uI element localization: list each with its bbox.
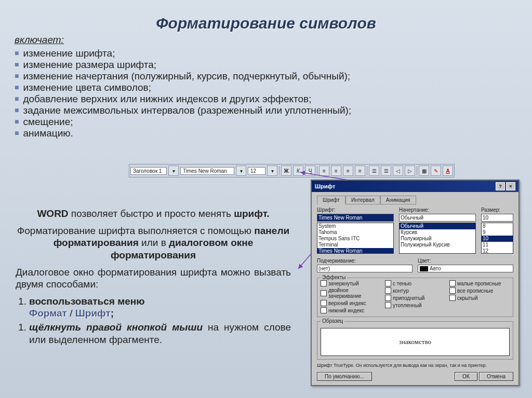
sample-group: Образец знакомство xyxy=(317,321,513,360)
color-swatch-icon xyxy=(420,266,428,271)
footer-hint: Шрифт TrueType. Он используется для выво… xyxy=(317,363,513,368)
bullet-item: изменение начертания (полужирный, курсив… xyxy=(15,71,532,82)
body-text: WORD позволяет быстро и просто менять шр… xyxy=(16,208,291,348)
tab-font[interactable]: Шрифт xyxy=(317,196,345,204)
bold-button[interactable]: Ж xyxy=(281,166,291,176)
checkbox-smallcaps[interactable]: малые прописные xyxy=(449,280,510,286)
font-input[interactable]: Times New Roman xyxy=(317,214,394,222)
default-button[interactable]: По умолчанию... xyxy=(317,372,372,381)
font-color-icon[interactable]: A xyxy=(443,166,453,176)
list-item: щёлкнуть правой кнопкой мыши на нужном с… xyxy=(29,321,291,345)
checkbox-engrave[interactable]: утопленный xyxy=(385,302,445,308)
size-label: Размер: xyxy=(481,207,513,213)
align-center-icon[interactable]: ≡ xyxy=(331,166,341,176)
checkbox-outline[interactable]: контур xyxy=(385,287,445,294)
sample-label: Образец xyxy=(321,318,344,324)
tab-spacing[interactable]: Интервал xyxy=(345,196,380,204)
align-left-icon[interactable]: ≡ xyxy=(319,166,329,176)
highlight-icon[interactable]: ✎ xyxy=(431,166,441,176)
style-label: Начертание: xyxy=(399,207,476,213)
font-selector[interactable]: Times New Roman xyxy=(180,167,234,175)
effects-label: Эффекты xyxy=(321,275,347,280)
checkbox-shadow[interactable]: с тенью xyxy=(385,280,445,286)
underline-label: Подчеркивание: xyxy=(317,258,413,264)
align-justify-icon[interactable]: ≡ xyxy=(355,166,365,176)
size-input[interactable]: 10 xyxy=(481,214,513,222)
bullet-list-icon[interactable]: ☰ xyxy=(381,166,391,176)
underline-select[interactable]: (нет) xyxy=(317,265,413,272)
cancel-button[interactable]: Отмена xyxy=(479,372,513,381)
numbered-list-icon[interactable]: ☰ xyxy=(369,166,379,176)
tab-animation[interactable]: Анимация xyxy=(380,196,416,204)
style-input[interactable]: Обычный xyxy=(399,214,476,222)
bullet-item: изменение шрифта; xyxy=(15,48,532,59)
bullet-item: добавление верхних или нижних индексов и… xyxy=(15,93,532,105)
dialog-titlebar: Шрифт ? × xyxy=(312,181,518,192)
intro-text: включает: xyxy=(15,34,64,45)
checkbox-emboss[interactable]: приподнятый xyxy=(385,295,445,301)
checkbox-allcaps[interactable]: все прописные xyxy=(449,287,510,294)
close-icon[interactable]: × xyxy=(506,182,515,190)
bullet-item: анимацию. xyxy=(15,128,532,139)
size-selector[interactable]: 12 xyxy=(248,167,265,175)
size-listbox[interactable]: 8 9 10 11 12 xyxy=(481,223,513,254)
checkbox-superscript[interactable]: верхний индекс xyxy=(321,300,381,306)
bullet-item: изменение цвета символов; xyxy=(15,82,532,93)
checkbox-hidden[interactable]: скрытый xyxy=(449,295,510,301)
outdent-icon[interactable]: ◁ xyxy=(393,166,403,176)
style-selector[interactable]: Заголовок 1 xyxy=(130,167,167,175)
effects-group: Эффекты зачеркнутый двойное зачеркивание… xyxy=(317,278,513,317)
italic-button[interactable]: К xyxy=(293,166,303,176)
dialog-title: Шрифт xyxy=(315,183,335,189)
word-label: WORD xyxy=(37,208,68,219)
align-right-icon[interactable]: ≡ xyxy=(343,166,353,176)
checkbox-strike[interactable]: зачеркнутый xyxy=(321,280,381,286)
font-label: Шрифт: xyxy=(317,207,394,213)
bullet-item: изменение размера шрифта; xyxy=(15,59,532,71)
color-select[interactable]: Авто xyxy=(418,265,513,272)
list-item: воспользоваться меню Формат / Шрифт; xyxy=(29,295,291,319)
indent-icon[interactable]: ▷ xyxy=(405,166,415,176)
help-icon[interactable]: ? xyxy=(496,182,505,190)
style-listbox[interactable]: Обычный Курсив Полужирный Полужирный Кур… xyxy=(399,223,476,254)
dropdown-icon[interactable]: ▾ xyxy=(267,166,277,176)
font-dialog: Шрифт ? × Шрифт Интервал Анимация Шрифт:… xyxy=(311,180,520,386)
font-listbox[interactable]: System Tahoma Tempus Sans ITC Terminal T… xyxy=(317,223,394,254)
formatting-toolbar: Заголовок 1▾ Times New Roman▾ 12▾ Ж К Ч … xyxy=(129,164,455,177)
slide-title: Форматирование символов xyxy=(0,15,532,32)
ok-button[interactable]: OK xyxy=(455,372,477,381)
color-label: Цвет: xyxy=(418,258,513,264)
checkbox-subscript[interactable]: нижний индекс xyxy=(321,307,381,313)
bullet-item: смещение; xyxy=(15,116,532,128)
checkbox-doublestrike[interactable]: двойное зачеркивание xyxy=(321,287,381,299)
bullet-item: задание межсимвольных интервалов (разреж… xyxy=(15,105,532,116)
borders-icon[interactable]: ▦ xyxy=(419,166,429,176)
bullet-list: включает: изменение шрифта; изменение ра… xyxy=(15,34,532,139)
underline-button[interactable]: Ч xyxy=(305,166,315,176)
sample-preview: знакомство xyxy=(321,328,510,356)
dropdown-icon[interactable]: ▾ xyxy=(236,166,246,176)
dropdown-icon[interactable]: ▾ xyxy=(168,166,179,176)
